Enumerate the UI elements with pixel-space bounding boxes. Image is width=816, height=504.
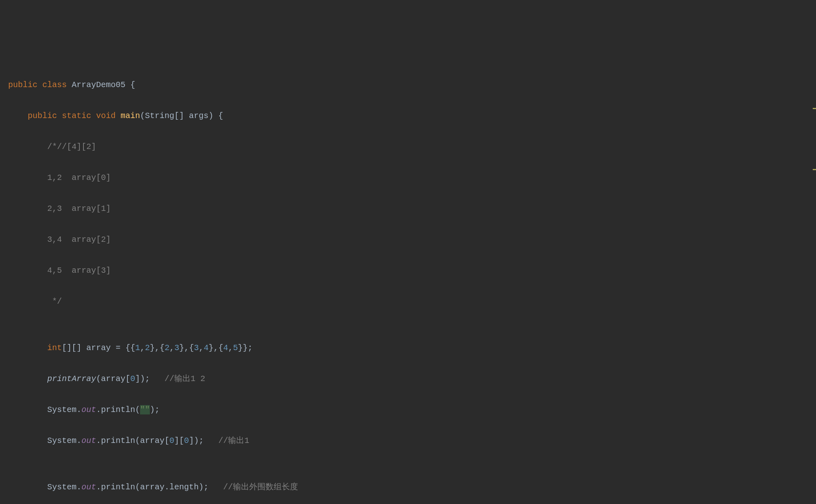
method-name: main	[121, 111, 140, 121]
keyword: public class	[8, 80, 72, 90]
comment: 4,5 array[3]	[47, 266, 111, 275]
static-field: out	[81, 436, 96, 445]
brace: },{	[150, 343, 165, 353]
code-text: ]);	[135, 374, 165, 383]
brace: {	[130, 80, 135, 90]
indent	[8, 235, 47, 244]
code-line[interactable]: System.out.println(array.length); //输出外围…	[8, 480, 808, 495]
params: (String[] args) {	[140, 111, 223, 121]
warning-stripe[interactable]	[813, 169, 816, 170]
indent	[8, 374, 47, 383]
string-literal: ""	[140, 405, 150, 414]
number: 4	[204, 343, 208, 353]
number: 0	[184, 436, 189, 445]
comment: //输出1 2	[165, 374, 205, 383]
code-text: System.	[47, 405, 81, 414]
keyword: int	[47, 343, 62, 353]
comma: ,	[228, 343, 233, 353]
number: 2	[165, 343, 169, 353]
number: 1	[135, 343, 140, 353]
comma: ,	[199, 343, 204, 353]
indent	[8, 297, 52, 306]
comment: */	[52, 297, 62, 306]
comment: /*//[4][2]	[47, 142, 96, 151]
code-text: .println(array.length);	[96, 482, 223, 492]
code-editor[interactable]: public class ArrayDemo05 { public static…	[0, 62, 816, 504]
code-line[interactable]: 2,3 array[1]	[8, 201, 808, 217]
editor-right-gutter	[812, 0, 816, 504]
method-call: printArray	[47, 374, 96, 383]
static-field: out	[81, 405, 96, 414]
class-name: ArrayDemo05	[72, 80, 130, 90]
comment: 3,4 array[2]	[47, 235, 111, 244]
number: 2	[145, 343, 150, 353]
code-line[interactable]: 1,2 array[0]	[8, 170, 808, 186]
code-text: System.	[47, 482, 81, 492]
indent	[8, 482, 47, 492]
code-line[interactable]: 3,4 array[2]	[8, 232, 808, 248]
comment: //输出外围数组长度	[223, 482, 298, 492]
static-field: out	[81, 482, 96, 492]
indent	[8, 436, 47, 445]
indent	[8, 266, 47, 275]
code-text: }};	[238, 343, 252, 353]
comma: ,	[169, 343, 174, 353]
indent	[8, 173, 47, 182]
code-text: );	[150, 405, 160, 414]
indent	[8, 405, 47, 414]
code-text: ][	[174, 436, 184, 445]
indent	[8, 142, 47, 151]
indent	[8, 111, 28, 121]
code-line[interactable]: public static void main(String[] args) {	[8, 108, 808, 124]
comma: ,	[140, 343, 145, 353]
code-line[interactable]: System.out.println("");	[8, 402, 808, 418]
number: 3	[194, 343, 199, 353]
number: 5	[233, 343, 238, 353]
indent	[8, 343, 47, 353]
code-text: (array[	[96, 374, 130, 383]
brace: },{	[208, 343, 223, 353]
code-line[interactable]: */	[8, 294, 808, 309]
code-line[interactable]: /*//[4][2]	[8, 139, 808, 155]
comment: //输出1	[218, 436, 249, 445]
code-text: ]);	[189, 436, 218, 445]
code-line[interactable]: int[][] array = {{1,2},{2,3},{3,4},{4,5}…	[8, 340, 808, 356]
comment: 2,3 array[1]	[47, 204, 111, 213]
code-text: .println(array[	[96, 436, 169, 445]
indent	[8, 204, 47, 213]
code-text: [][] array = {{	[62, 343, 135, 353]
code-line[interactable]: printArray(array[0]); //输出1 2	[8, 371, 808, 387]
code-text: .println(	[96, 405, 140, 414]
comment: 1,2 array[0]	[47, 173, 111, 182]
code-line[interactable]: System.out.println(array[0][0]); //输出1	[8, 433, 808, 449]
code-line[interactable]: public class ArrayDemo05 {	[8, 77, 808, 93]
warning-stripe[interactable]	[813, 108, 816, 109]
brace: },{	[179, 343, 194, 353]
number: 0	[169, 436, 174, 445]
code-line[interactable]: 4,5 array[3]	[8, 263, 808, 278]
number: 3	[174, 343, 179, 353]
code-text: System.	[47, 436, 81, 445]
number: 0	[130, 374, 135, 383]
keyword: public static void	[28, 111, 121, 121]
number: 4	[223, 343, 228, 353]
